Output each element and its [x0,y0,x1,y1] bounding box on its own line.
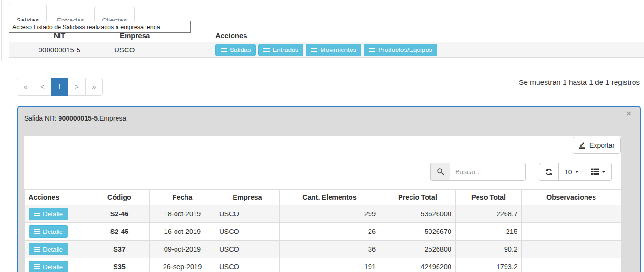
panel-title: Salida NIT: 900000015-5,Empresa: [24,114,128,122]
empresa-cell: USCO [215,205,280,223]
salidas-button[interactable]: Salidas [215,44,256,56]
peso-cell: 1793.2 [456,258,522,272]
export-icon [579,142,586,149]
empresa-cell: USCO [215,223,280,241]
observaciones-cell [522,223,621,241]
company-empresa-cell: USCO [110,42,211,57]
refresh-button[interactable] [539,163,559,181]
search-addon [430,163,450,181]
fecha-cell: 09-oct-2019 [150,241,215,258]
detalle-button[interactable]: Detalle [29,208,68,220]
companies-header-acciones: Acciones [211,31,644,40]
export-button-label: Exportar [589,141,615,149]
menu-bars-icon [369,48,375,52]
codigo-cell: S2-46 [89,205,150,223]
cant-cell: 299 [280,205,380,223]
company-nit-cell: 900000015-5 [9,42,110,57]
salidas-table-header: Acciones Código Fecha Empresa Cant. Elem… [25,190,621,205]
empresa-cell: USCO [215,258,280,272]
fecha-cell: 16-oct-2019 [150,223,215,241]
column-list-icon [591,168,599,175]
companies-table: NIT Empresa Acciones 900000015-5 USCO Sa… [9,29,644,58]
movimientos-button-label: Movimientos [320,46,356,53]
search-group [430,163,526,181]
detalle-button[interactable]: Detalle [29,243,68,255]
menu-bars-icon [34,229,40,234]
observaciones-cell [522,241,621,258]
menu-bars-icon [263,48,270,52]
fecha-cell: 26-sep-2019 [150,258,215,272]
pagination-prev-button[interactable]: < [34,78,51,96]
productos-equipos-button-label: Productos/Equipos [378,46,432,53]
menu-bars-icon [311,48,317,52]
tab-salidas-tooltip: Acceso Listado de Salidass realizados a … [9,21,191,33]
panel-content: Exportar 10 [24,136,621,272]
peso-cell: 90.2 [456,241,522,258]
header-acciones: Acciones [25,190,89,205]
table-row: Detalle S35 26-sep-2019 USCO 191 4249620… [25,258,621,272]
cant-cell: 36 [280,241,380,258]
header-peso-total: Peso Total [456,190,522,205]
header-observaciones: Observaciones [522,190,621,205]
columns-dropdown[interactable] [585,163,612,181]
salida-detail-panel: Salida NIT: 900000015-5,Empresa: × Expor… [17,106,641,272]
precio-cell: 53626000 [380,205,456,223]
caret-down-icon [602,171,605,173]
table-row: Detalle S2-46 18-oct-2019 USCO 299 53626… [25,205,621,223]
pagination-first-button[interactable]: « [17,78,34,96]
entradas-button-label: Entradas [273,46,298,53]
panel-title-suffix: ,Empresa: [98,114,128,122]
menu-bars-icon [34,264,40,269]
detalle-button-label: Detalle [43,228,63,235]
header-empresa: Empresa [215,190,280,205]
detalle-button[interactable]: Detalle [29,261,68,272]
companies-table-row: 900000015-5 USCO Salidas Entradas Movimi… [9,42,644,58]
detalle-button-label: Detalle [43,263,63,271]
search-input[interactable] [450,163,526,181]
company-actions-cell: Salidas Entradas Movimientos Productos/E… [211,44,644,56]
panel-title-nit: 900000015-5 [59,114,98,122]
table-row: Detalle S37 09-oct-2019 USCO 36 2526800 … [25,241,621,258]
close-icon[interactable]: × [626,110,631,118]
menu-bars-icon [221,48,227,52]
productos-equipos-button[interactable]: Productos/Equipos [364,44,437,56]
detalle-button-label: Detalle [43,246,63,253]
salidas-button-label: Salidas [230,46,251,53]
container-left-border [1,0,2,61]
caret-down-icon [575,171,579,173]
pagination-last-button[interactable]: » [85,78,103,96]
movimientos-button[interactable]: Movimientos [306,44,361,56]
header-fecha: Fecha [150,190,215,205]
page-size-dropdown[interactable]: 10 [558,163,585,181]
table-row: Detalle S2-45 16-oct-2019 USCO 26 502667… [25,223,621,241]
menu-bars-icon [34,247,40,252]
pagination-next-button[interactable]: > [68,78,86,96]
empresa-cell: USCO [215,241,280,258]
observaciones-cell [522,258,621,272]
header-precio-total: Precio Total [380,190,456,205]
entradas-button[interactable]: Entradas [258,44,303,56]
cant-cell: 26 [280,223,380,241]
detalle-button-label: Detalle [43,211,63,218]
salidas-table: Acciones Código Fecha Empresa Cant. Elem… [24,189,621,272]
precio-cell: 2526800 [380,241,456,258]
export-button[interactable]: Exportar [573,137,621,154]
cant-cell: 191 [280,258,380,272]
detalle-button[interactable]: Detalle [29,225,68,238]
pagination: « < 1 > » [17,78,103,96]
peso-cell: 215 [456,223,522,241]
codigo-cell: S37 [89,241,150,258]
pagination-page-1-button[interactable]: 1 [51,78,68,96]
panel-title-prefix: Salida NIT: [24,114,59,122]
precio-cell: 5026670 [380,223,456,241]
table-toolbar: 10 [539,163,612,181]
codigo-cell: S2-45 [89,223,150,241]
precio-cell: 42496200 [380,258,456,272]
header-cant-elementos: Cant. Elementos [280,190,380,205]
menu-bars-icon [34,212,40,216]
records-summary: Se muestran 1 hasta 1 de 1 registros [519,78,640,87]
fecha-cell: 18-oct-2019 [150,205,215,223]
panel-title-divider [154,121,619,121]
codigo-cell: S35 [89,258,150,272]
search-icon [437,168,445,176]
